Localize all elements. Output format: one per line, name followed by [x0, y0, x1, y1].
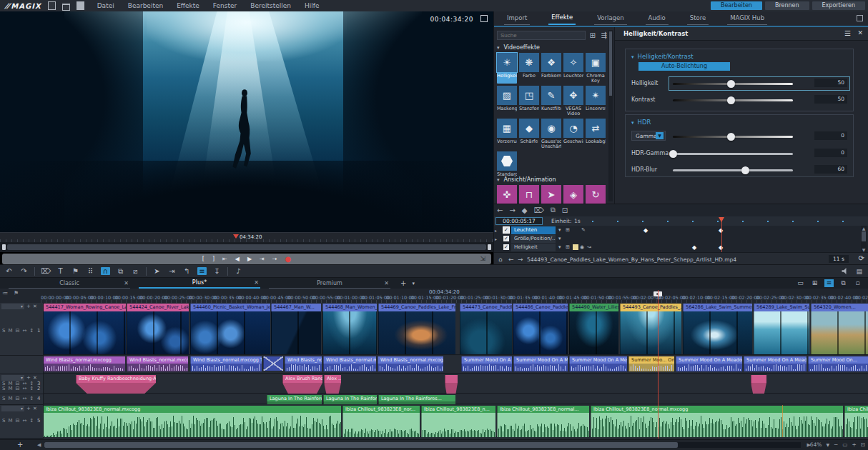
range-start-button[interactable]: [	[202, 254, 204, 264]
clip-title[interactable]: Wind Blasts_normal.mxcogg	[127, 356, 188, 364]
effect-tile-sch-rfe[interactable]: ◆Schärfe	[519, 119, 539, 149]
preview-render-icon[interactable]: ↧	[212, 267, 222, 275]
slider-value[interactable]: 0	[814, 149, 847, 157]
timeline-tab-classic[interactable]: Classic✕	[9, 278, 130, 289]
ambience-clip-body[interactable]	[378, 401, 455, 404]
tab-import[interactable]: Import	[504, 13, 530, 25]
timeline-playhead-line[interactable]	[658, 290, 659, 439]
search-input[interactable]	[497, 31, 586, 40]
preview-scrollbar[interactable]	[0, 242, 493, 252]
close-tab-icon[interactable]: ✕	[384, 280, 389, 286]
undo-icon[interactable]: ↶	[4, 267, 14, 275]
clip-title[interactable]: Alex Brush Randb...	[282, 375, 322, 383]
preview-frame[interactable]: 00:04:34:20	[0, 11, 493, 232]
storyboard-view-icon[interactable]: ⊞	[810, 279, 819, 287]
mute-button[interactable]: M	[8, 328, 12, 334]
video-clip-thumbnails[interactable]	[754, 311, 809, 354]
group-close-icon[interactable]: ✕	[33, 304, 37, 309]
multicam-view-icon[interactable]: ⧉	[839, 279, 848, 287]
audio-strip[interactable]	[378, 364, 443, 371]
unit-value[interactable]: 1s	[574, 218, 581, 224]
slider-track[interactable]	[673, 169, 793, 171]
scroll-up-icon[interactable]: ▲	[861, 226, 867, 231]
clip-title[interactable]: 544469_Canoe_Paddles_Lake_Fri...	[378, 304, 455, 311]
eye-icon[interactable]: ◉	[580, 244, 584, 250]
expander-icon[interactable]: ▸	[495, 236, 497, 241]
mouse-mode-all-icon[interactable]: ⇥	[167, 267, 177, 275]
effect-tile-stanzformen[interactable]: ◳Stanzformen	[519, 86, 539, 116]
video-clip-thumbnails[interactable]	[322, 311, 377, 354]
effect-tile-farbkorrek-[interactable]: ❖Farbkorrek...	[541, 53, 561, 84]
collapse-icon[interactable]: ▾	[497, 45, 500, 51]
brennen-mode-button[interactable]: Brennen	[765, 1, 809, 10]
group-add-icon[interactable]: +	[26, 406, 31, 411]
compact-view-icon[interactable]: ▫	[853, 279, 862, 287]
video-clip-thumbnails[interactable]	[190, 311, 270, 354]
audio-strip[interactable]	[323, 364, 376, 371]
slider-thumb[interactable]	[727, 133, 735, 141]
open-project-icon[interactable]	[62, 4, 70, 11]
lock-icon[interactable]: ⊟	[16, 418, 20, 424]
menu-item-hilfe[interactable]: Hilfe	[305, 2, 319, 9]
resize-h-icon[interactable]: ↔	[22, 396, 26, 401]
timeline-ruler[interactable]: ≔ ⚑ 00:04:34:20 00:00:00:0000:00:05:0000…	[0, 289, 868, 304]
clip-title[interactable]: Wind Blasts_norm...	[285, 356, 322, 364]
jump-end-button[interactable]: →	[272, 254, 277, 264]
effect-tile-geschwind-[interactable]: ◔Geschwind...	[563, 119, 583, 149]
collapse-icon[interactable]: ▾	[497, 177, 500, 183]
effect-tile-linsenrefle-[interactable]: ✴Linsenrefle...	[586, 86, 606, 116]
save-project-icon[interactable]	[77, 1, 84, 10]
track-enabled-checkbox[interactable]: ✓	[503, 227, 509, 233]
add-keyframe-icon[interactable]: ◆	[522, 206, 528, 214]
track-label[interactable]: Leuchten	[511, 226, 556, 234]
clip-title[interactable]: 544467_Man_W...	[271, 304, 321, 311]
solo-button[interactable]: S	[2, 381, 5, 386]
detach-monitor-icon[interactable]: ⇲	[480, 254, 485, 264]
group-dropdown[interactable]: ▾	[1, 304, 24, 309]
chevron-down-icon[interactable]: ▼	[656, 132, 664, 139]
clip-title[interactable]: 564286_Lake_Swim_Summer_Friends_B	[683, 304, 752, 311]
group-add-icon[interactable]: +	[26, 375, 31, 381]
clip-title[interactable]: Laguna In The Rainforest_n...	[267, 395, 322, 401]
marker-menu-icon[interactable]: ⚑	[14, 290, 19, 296]
title-clip-body[interactable]	[324, 383, 341, 394]
resize-v-icon[interactable]: ↕	[29, 396, 34, 401]
filter-icon[interactable]: ⇶	[601, 31, 607, 39]
clip-title[interactable]: Wind Blasts_normal.mxcogg	[43, 356, 125, 364]
audio-strip[interactable]	[744, 364, 807, 371]
effect-tile-lookabglei-[interactable]: ⇄Lookabglei...	[586, 119, 606, 149]
resize-v-icon[interactable]: ↕	[29, 418, 34, 424]
dropdown-icon[interactable]: ▾	[558, 236, 561, 241]
record-button[interactable]: ●	[285, 254, 291, 264]
clip-title[interactable]	[751, 375, 766, 383]
menu-item-fenster[interactable]: Fenster	[213, 2, 237, 9]
solo-button[interactable]: S	[2, 418, 5, 424]
scroll-down-icon[interactable]: ▼	[861, 247, 867, 252]
clip-title[interactable]	[445, 375, 458, 383]
gamma-dropdown[interactable]: Gamma▼	[631, 131, 666, 141]
redo-icon[interactable]: ↷	[19, 267, 29, 275]
audio-strip[interactable]	[676, 364, 742, 371]
menu-item-effekte[interactable]: Effekte	[177, 2, 199, 9]
clip-title[interactable]: Summer Mood On A Meadow Lif...	[744, 356, 807, 364]
prev-keyframe-icon[interactable]: ←	[497, 206, 503, 214]
close-tab-icon[interactable]: ✕	[124, 280, 129, 286]
zoom-level[interactable]: 64%	[810, 441, 822, 448]
slider-track[interactable]	[673, 136, 793, 138]
title-clip-body[interactable]	[282, 383, 322, 394]
clip-title[interactable]: Summer Mood On...	[808, 356, 868, 364]
clip-title[interactable]: 544417_Woman_Rowing_Canoe_Lake_By_H...	[43, 304, 126, 311]
title-clip-body[interactable]	[445, 383, 458, 394]
slider-track[interactable]	[673, 99, 793, 101]
slider-value[interactable]: 0	[814, 131, 847, 140]
video-clip-thumbnails[interactable]	[460, 311, 512, 354]
video-clip-thumbnails[interactable]	[271, 311, 321, 354]
clip-title[interactable]: Summer Moo... On A Me...	[628, 356, 674, 364]
next-keyframe-icon[interactable]: →	[509, 206, 515, 214]
title-clip-body[interactable]	[751, 383, 766, 394]
keyframe-diamond[interactable]: ◆	[692, 244, 696, 251]
section-ansicht-animation[interactable]: ▾ Ansicht/Animation	[497, 176, 556, 183]
keyframe-scrollbar[interactable]: ▲ ▼	[861, 226, 867, 252]
group-dropdown[interactable]: ▾	[1, 406, 24, 411]
clip-title[interactable]: 544473_Canoe_Paddles...	[460, 304, 512, 311]
